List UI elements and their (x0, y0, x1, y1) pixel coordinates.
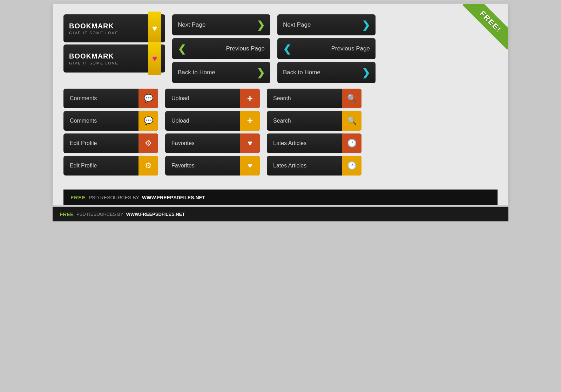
heart-icon-orange: ♥ (248, 139, 252, 148)
prev-page-blue[interactable]: ❮ Previous Page (277, 38, 376, 59)
upload-label-orange: Upload (165, 95, 240, 102)
back-home-green-label: Back to Home (178, 69, 215, 76)
search-label-orange: Search (267, 95, 342, 102)
action-row: Comments 💬 Comments 💬 Edit Profile (63, 89, 498, 176)
action-col-2: Upload + Upload + Favorites (165, 89, 260, 176)
comments-btn-yellow[interactable]: Comments 💬 (63, 111, 158, 131)
action-col-1: Comments 💬 Comments 💬 Edit Profile (63, 89, 158, 176)
search-icon-yellow: 🔍 (342, 111, 361, 131)
bookmark-icon-wrap-1: ♥ (144, 14, 165, 42)
comments-icon-orange: 💬 (138, 89, 158, 108)
favorites-icon-orange: ♥ (240, 133, 260, 153)
clock-icon-yellow: 🕐 (347, 161, 357, 170)
bookmark-sub-2: GIVE IT SOME LOVE (69, 61, 138, 65)
upload-btn-orange[interactable]: Upload + (165, 89, 260, 108)
bookmark-text-1: BOOKMARK GIVE IT SOME LOVE (63, 22, 144, 35)
magnifier-icon-yellow: 🔍 (347, 116, 357, 125)
back-home-blue-label: Back to Home (283, 69, 320, 76)
search-btn-yellow[interactable]: Search 🔍 (267, 111, 361, 131)
gear-icon-yellow: ⚙ (145, 161, 152, 170)
footer-url: WWW.FREEPSDFILES.NET (142, 195, 205, 200)
lates-articles-icon-orange: 🕐 (342, 133, 361, 153)
prev-page-blue-arrow: ❮ (283, 43, 291, 55)
comments-btn-orange[interactable]: Comments 💬 (63, 89, 158, 108)
next-page-blue-label: Next Page (283, 21, 311, 28)
plus-icon-yellow: + (247, 115, 253, 126)
upload-label-yellow: Upload (165, 118, 240, 124)
content-area: BOOKMARK GIVE IT SOME LOVE ♥ BOOKMARK GI… (63, 14, 498, 186)
bottom-strip-url: WWW.FREEPSDFILES.NET (126, 212, 185, 217)
comments-icon-yellow: 💬 (138, 111, 158, 131)
next-page-green-arrow: ❯ (257, 19, 265, 31)
back-home-green-arrow: ❯ (257, 67, 265, 78)
comments-label-orange: Comments (63, 95, 138, 102)
bookmark-title-2: BOOKMARK (69, 52, 138, 60)
magnifier-icon-orange: 🔍 (347, 94, 357, 103)
bookmark-heart-1: ♥ (152, 23, 157, 33)
footer-text: PSD RESOURCES BY (89, 195, 139, 200)
gear-icon-orange: ⚙ (145, 139, 152, 148)
main-card: FREE! BOOKMARK GIVE IT SOME LOVE ♥ (53, 4, 508, 206)
favorites-label-yellow: Favorites (165, 163, 240, 169)
search-icon-orange: 🔍 (342, 89, 361, 108)
edit-profile-icon-orange: ⚙ (138, 133, 158, 153)
nav-col-green: Next Page ❯ ❮ Previous Page Back to Home… (172, 14, 270, 83)
favorites-btn-yellow[interactable]: Favorites ♥ (165, 156, 260, 176)
search-btn-orange[interactable]: Search 🔍 (267, 89, 361, 108)
bookmark-text-2: BOOKMARK GIVE IT SOME LOVE (63, 52, 144, 65)
footer-free-label: FREE (70, 194, 86, 200)
prev-page-green-arrow: ❮ (178, 43, 186, 55)
bottom-strip-text: PSD RESOURCES BY (76, 212, 123, 217)
prev-page-green[interactable]: ❮ Previous Page (172, 38, 270, 59)
edit-profile-btn-orange[interactable]: Edit Profile ⚙ (63, 133, 158, 153)
lates-articles-label-orange: Lates Articles (267, 140, 342, 146)
lates-articles-label-yellow: Lates Articles (267, 163, 342, 169)
edit-profile-btn-yellow[interactable]: Edit Profile ⚙ (63, 156, 158, 176)
bookmark-title-1: BOOKMARK (69, 22, 138, 30)
bookmark-sub-1: GIVE IT SOME LOVE (69, 31, 138, 35)
lates-articles-icon-yellow: 🕐 (342, 156, 361, 176)
upload-icon-yellow: + (240, 111, 260, 131)
nav-col-blue: Next Page ❯ ❮ Previous Page Back to Home… (277, 14, 376, 83)
card-footer: FREE PSD RESOURCES BY WWW.FREEPSDFILES.N… (63, 190, 498, 205)
lates-articles-btn-yellow[interactable]: Lates Articles 🕐 (267, 156, 361, 176)
chat-icon-orange: 💬 (144, 94, 153, 103)
edit-profile-label-yellow: Edit Profile (63, 163, 138, 169)
prev-page-green-label: Previous Page (226, 45, 265, 52)
bookmark-icon-wrap-2: ♥ (144, 44, 165, 73)
action-col-3: Search 🔍 Search 🔍 Lates Articles (267, 89, 361, 176)
upload-btn-yellow[interactable]: Upload + (165, 111, 260, 131)
edit-profile-icon-yellow: ⚙ (138, 156, 158, 176)
bookmark-group: BOOKMARK GIVE IT SOME LOVE ♥ BOOKMARK GI… (63, 14, 165, 74)
prev-page-blue-label: Previous Page (331, 45, 370, 52)
plus-icon-orange: + (247, 93, 253, 104)
clock-icon-orange: 🕐 (347, 139, 357, 148)
search-label-yellow: Search (267, 118, 342, 124)
favorites-label-orange: Favorites (165, 140, 240, 146)
upload-icon-orange: + (240, 89, 260, 108)
back-home-blue-arrow: ❯ (362, 67, 370, 78)
bookmark-heart-2: ♥ (152, 54, 157, 63)
edit-profile-label-orange: Edit Profile (63, 140, 138, 146)
back-home-green[interactable]: Back to Home ❯ (172, 62, 270, 83)
heart-icon-yellow: ♥ (248, 161, 252, 170)
chat-icon-yellow: 💬 (144, 116, 153, 125)
next-page-blue-arrow: ❯ (362, 19, 370, 31)
bookmark-button-1[interactable]: BOOKMARK GIVE IT SOME LOVE ♥ (63, 14, 165, 42)
bottom-strip: FREE PSD RESOURCES BY WWW.FREEPSDFILES.N… (53, 207, 508, 221)
comments-label-yellow: Comments (63, 118, 138, 124)
bookmark-button-2[interactable]: BOOKMARK GIVE IT SOME LOVE ♥ (63, 44, 165, 73)
bottom-free-label: FREE (60, 211, 74, 217)
favorites-btn-orange[interactable]: Favorites ♥ (165, 133, 260, 153)
next-page-green-label: Next Page (178, 21, 205, 28)
back-home-blue[interactable]: Back to Home ❯ (277, 62, 376, 83)
top-row: BOOKMARK GIVE IT SOME LOVE ♥ BOOKMARK GI… (63, 14, 498, 83)
next-page-blue[interactable]: Next Page ❯ (277, 14, 376, 35)
lates-articles-btn-orange[interactable]: Lates Articles 🕐 (267, 133, 361, 153)
next-page-green[interactable]: Next Page ❯ (172, 14, 270, 35)
favorites-icon-yellow: ♥ (240, 156, 260, 176)
